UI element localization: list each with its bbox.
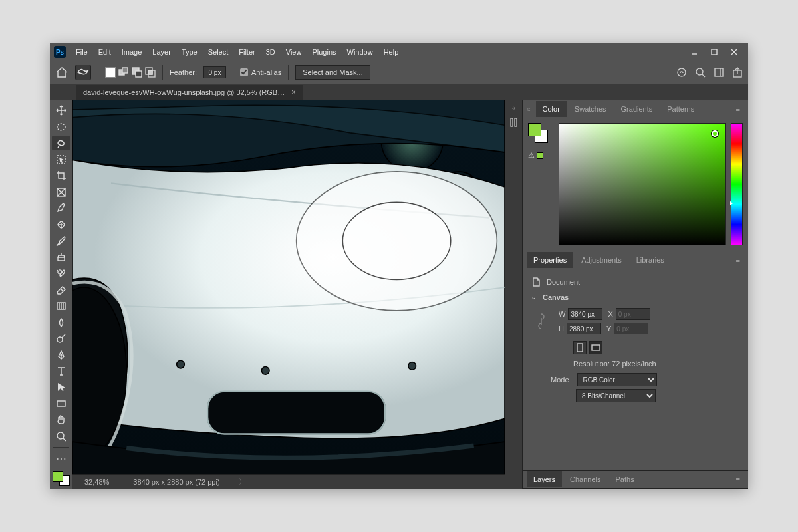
cloud-sync-icon[interactable] <box>676 67 687 78</box>
move-tool[interactable] <box>52 103 70 118</box>
zoom-level[interactable]: 32,48% <box>79 478 114 486</box>
color-mode-select[interactable]: RGB Color <box>577 373 657 386</box>
tab-close-icon[interactable]: × <box>291 88 296 97</box>
svg-rect-10 <box>148 70 152 74</box>
antialias-option[interactable]: Anti-alias <box>240 68 281 76</box>
menu-edit[interactable]: Edit <box>94 45 116 59</box>
svg-point-43 <box>177 360 185 368</box>
active-tool-icon[interactable] <box>75 65 91 80</box>
height-input[interactable] <box>567 323 601 334</box>
path-selection-tool[interactable] <box>52 380 70 394</box>
history-brush-tool[interactable] <box>52 266 70 281</box>
menu-help[interactable]: Help <box>379 45 404 59</box>
tab-gradients[interactable]: Gradients <box>614 101 660 117</box>
menu-layer[interactable]: Layer <box>148 45 176 59</box>
canvas-area: 32,48% 3840 px x 2880 px (72 ppi) 〉 <box>72 100 505 489</box>
crop-tool[interactable] <box>52 168 70 183</box>
maximize-button[interactable] <box>704 45 724 59</box>
bit-depth-select[interactable]: 8 Bits/Channel <box>576 389 656 402</box>
minimize-button[interactable] <box>684 45 704 59</box>
menu-filter[interactable]: Filter <box>234 45 259 59</box>
svg-rect-5 <box>122 68 128 73</box>
menu-image[interactable]: Image <box>117 45 147 59</box>
tab-properties[interactable]: Properties <box>527 252 573 268</box>
eyedropper-tool[interactable] <box>52 201 70 215</box>
canvas-section-label[interactable]: Canvas <box>543 293 569 301</box>
object-selection-tool[interactable] <box>52 152 70 166</box>
link-dimensions-icon[interactable] <box>537 312 545 331</box>
tab-channels[interactable]: Channels <box>563 471 607 487</box>
hand-tool[interactable] <box>52 412 70 427</box>
picker-swatches[interactable] <box>528 123 548 143</box>
saturation-value-picker[interactable] <box>559 123 726 245</box>
tab-color[interactable]: Color <box>536 101 567 117</box>
brush-tool[interactable] <box>52 233 70 248</box>
document-image <box>72 100 505 474</box>
marquee-tool[interactable] <box>52 119 70 134</box>
gradient-tool[interactable] <box>52 299 70 313</box>
document-tab-bar: david-leveque-esvWH-owWug-unsplash.jpg @… <box>50 84 748 100</box>
orientation-landscape-icon[interactable] <box>589 341 602 354</box>
blur-tool[interactable] <box>52 315 70 329</box>
picker-cursor[interactable] <box>712 130 718 137</box>
gamut-warning-icon[interactable]: ⚠ <box>528 151 553 160</box>
menu-type[interactable]: Type <box>177 45 202 59</box>
canvas[interactable] <box>72 100 505 474</box>
home-icon[interactable] <box>55 66 68 78</box>
hue-slider[interactable] <box>731 123 743 245</box>
svg-point-11 <box>678 68 686 76</box>
zoom-tool[interactable] <box>52 429 70 444</box>
feather-label: Feather: <box>170 68 197 76</box>
menu-view[interactable]: View <box>281 45 307 59</box>
panel-menu-icon[interactable]: ≡ <box>732 256 744 264</box>
window-controls <box>684 45 744 59</box>
pen-tool[interactable] <box>52 347 70 362</box>
width-input[interactable] <box>568 308 602 320</box>
svg-point-34 <box>57 432 64 439</box>
panel-menu-icon[interactable]: ≡ <box>732 105 744 113</box>
healing-tool[interactable] <box>52 217 70 231</box>
select-and-mask-button[interactable]: Select and Mask... <box>295 65 370 80</box>
menu-select[interactable]: Select <box>203 45 233 59</box>
workspace-icon[interactable] <box>714 67 724 78</box>
orientation-portrait-icon[interactable] <box>573 341 587 354</box>
svg-line-35 <box>63 438 66 441</box>
antialias-label: Anti-alias <box>251 68 281 76</box>
svg-rect-7 <box>136 71 142 77</box>
document-icon <box>531 277 541 287</box>
tab-layers[interactable]: Layers <box>527 471 562 487</box>
share-icon[interactable] <box>732 67 743 78</box>
tab-adjustments[interactable]: Adjustments <box>575 252 628 268</box>
collapsed-panel-icon[interactable] <box>509 117 519 128</box>
close-button[interactable] <box>724 45 744 59</box>
edit-toolbar-icon[interactable]: ⋯ <box>52 451 70 466</box>
search-icon[interactable] <box>695 67 706 78</box>
subtract-selection-icon[interactable] <box>132 67 142 78</box>
rectangle-tool[interactable] <box>52 396 70 411</box>
intersect-selection-icon[interactable] <box>145 67 156 78</box>
foreground-color-swatch[interactable] <box>53 471 63 482</box>
antialias-checkbox[interactable] <box>240 68 248 76</box>
tab-paths[interactable]: Paths <box>609 471 641 487</box>
frame-tool[interactable] <box>52 184 70 199</box>
eraser-tool[interactable] <box>52 282 70 297</box>
clone-stamp-tool[interactable] <box>52 249 70 264</box>
lasso-tool[interactable] <box>52 136 70 150</box>
collapsed-panel-strip: « <box>505 100 522 489</box>
color-swatches[interactable] <box>53 471 70 486</box>
svg-rect-48 <box>511 118 513 126</box>
panel-menu-icon[interactable]: ≡ <box>732 475 744 483</box>
add-selection-icon[interactable] <box>118 67 129 78</box>
menu-plugins[interactable]: Plugins <box>307 45 340 59</box>
tab-swatches[interactable]: Swatches <box>568 101 613 117</box>
feather-input[interactable] <box>203 66 226 78</box>
menu-file[interactable]: File <box>71 45 92 59</box>
new-selection-icon[interactable] <box>105 67 116 78</box>
menu-3d[interactable]: 3D <box>261 45 280 59</box>
document-tab[interactable]: david-leveque-esvWH-owWug-unsplash.jpg @… <box>76 85 303 100</box>
tab-libraries[interactable]: Libraries <box>630 252 671 268</box>
tab-patterns[interactable]: Patterns <box>660 101 701 117</box>
type-tool[interactable] <box>52 364 70 378</box>
menu-window[interactable]: Window <box>342 45 378 59</box>
dodge-tool[interactable] <box>52 331 70 346</box>
